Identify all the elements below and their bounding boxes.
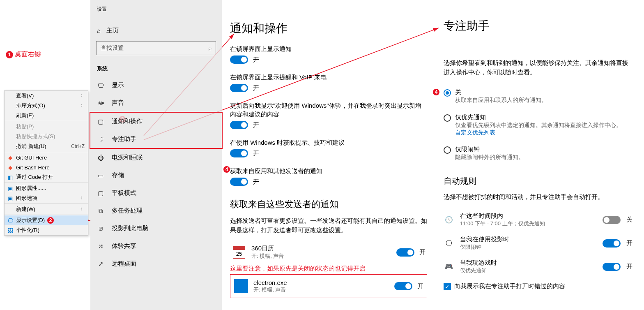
radio-icon (444, 114, 451, 122)
chevron-right-icon: 〉 (80, 206, 85, 212)
multitask-icon: ⧉ (97, 207, 104, 215)
nav-tablet[interactable]: ▢平板模式 (90, 184, 222, 202)
calendar-icon: 25 (232, 245, 246, 260)
badge-2: 2 (47, 217, 54, 224)
home-icon: ⌂ (97, 27, 101, 34)
ctx-paste-shortcut: 粘贴快捷方式(S) (5, 132, 88, 141)
vscode-icon: ◧ (7, 174, 14, 180)
radio-icon (444, 89, 451, 97)
project-icon: ⎚ (97, 225, 104, 232)
notification-icon: ▢ (97, 118, 104, 125)
focus-title: 专注助手 (444, 18, 632, 34)
focus-assist-pane: 专注助手 选择你希望看到和听到的通知，以便能够保持关注。其余通知将直接进入操作中… (444, 18, 632, 290)
toggle-lock-notif[interactable] (230, 56, 248, 64)
rule-game[interactable]: 🎮 当我玩游戏时仅优先通知 开 (444, 255, 632, 278)
ctx-gfx-props[interactable]: ▣图形属性...... (5, 183, 88, 193)
ctx-git-gui[interactable]: ◆Git GUI Here (5, 153, 88, 162)
personalize-icon: 🖼 (7, 227, 14, 234)
opt-apps-label: 获取来自应用和其他发送者的通知 (230, 167, 427, 175)
ctx-undo[interactable]: 撤消 新建(U)Ctrl+Z (5, 141, 88, 151)
toggle-rule-project[interactable] (603, 239, 621, 248)
settings-window-title: 设置 (90, 4, 222, 14)
clock-icon: 🕓 (444, 215, 454, 225)
red-annotation-text: 这里要注意，如果原先是关闭的状态的也记得开启 (230, 265, 427, 273)
senders-desc: 选择发送者可查看更多设置。一些发送者还可能有其自己的通知设置。如果是这样，打开发… (230, 216, 427, 235)
search-input[interactable]: 查找设置⌕ (96, 41, 216, 55)
rule-time[interactable]: 🕓 在这些时间段内11:00 下午 - 7:00 上午；仅优先通知 关 (444, 208, 632, 231)
moon-icon: ☽ (97, 136, 104, 143)
customize-priority-link[interactable]: 自定义优先列表 (455, 129, 632, 136)
sender-360calendar[interactable]: 25 360日历开: 横幅, 声音 开 (230, 241, 427, 263)
senders-heading: 获取来自这些发送者的通知 (230, 198, 427, 211)
remote-icon: ⤢ (97, 260, 104, 268)
toggle-sender-360[interactable] (396, 248, 414, 257)
ctx-open-code[interactable]: ◧通过 Code 打开 (5, 172, 88, 182)
sound-icon: 🕪 (97, 99, 104, 106)
nav-notifications[interactable]: ▢通知和操作 (90, 113, 222, 130)
radio-priority[interactable]: 仅优先通知仅查看优先级列表中选定的通知。其余通知将直接进入操作中心。自定义优先列… (444, 112, 632, 139)
desktop-context-menu: 查看(V)〉 排序方式(O)〉 刷新(E) 粘贴(P) 粘贴快捷方式(S) 撤消… (4, 90, 88, 236)
page-title: 通知和操作 (230, 21, 427, 36)
ctx-personalize[interactable]: 🖼个性化(R) (5, 225, 88, 235)
radio-alarms[interactable]: 仅限闹钟隐藏除闹钟外的所有通知。 (444, 144, 632, 163)
git-icon: ◆ (7, 154, 14, 161)
show-missed-checkbox[interactable]: ✓ 向我展示我在专注助手打开时错过的内容 (444, 282, 632, 290)
badge-1: 1 (6, 51, 13, 58)
section-system: 系统 (90, 62, 222, 76)
toggle-rule-time[interactable] (603, 216, 621, 224)
nav-display[interactable]: 🖵显示 (90, 76, 222, 94)
callout-4-badge-right: 4 (433, 88, 439, 95)
nav-multitask[interactable]: ⧉多任务处理 (90, 202, 222, 220)
opt-lock-notif-label: 在锁屏界面上显示通知 (230, 44, 427, 53)
share-icon: ⤭ (97, 243, 104, 250)
game-icon: 🎮 (444, 261, 454, 272)
rule-project[interactable]: 🖵 当我在使用投影时仅限闹钟 开 (444, 231, 632, 255)
nav-remote[interactable]: ⤢远程桌面 (90, 255, 222, 273)
toggle-lock-voip[interactable] (230, 84, 248, 92)
main-pane-notifications: 通知和操作 在锁屏界面上显示通知 开 在锁屏界面上显示提醒和 VoIP 来电 开… (230, 21, 427, 298)
opt-tips-label: 在使用 Windows 时获取提示、技巧和建议 (230, 138, 427, 147)
toggle-sender-electron[interactable] (394, 282, 412, 290)
callout-4-badge-left: 4 (223, 165, 230, 173)
intel-icon: ▣ (7, 195, 14, 201)
nav-power[interactable]: ⏻电源和睡眠 (90, 149, 222, 167)
toggle-rule-game[interactable] (603, 263, 621, 271)
tablet-icon: ▢ (97, 190, 104, 197)
project-icon: 🖵 (444, 238, 454, 249)
ctx-gfx-opts[interactable]: ▣图形选项〉 (5, 193, 88, 203)
nav-shared[interactable]: ⤭体验共享 (90, 237, 222, 255)
nav-storage[interactable]: ▭存储 (90, 167, 222, 184)
display-icon: 🖵 (97, 82, 104, 89)
focus-desc: 选择你希望看到和听到的通知，以便能够保持关注。其余通知将直接进入操作中心，你可以… (444, 58, 632, 77)
ctx-sort[interactable]: 排序方式(O)〉 (5, 101, 88, 111)
toggle-tips[interactable] (230, 149, 248, 157)
radio-icon (444, 146, 451, 154)
power-icon: ⏻ (97, 154, 104, 161)
nav-project[interactable]: ⎚投影到此电脑 (90, 220, 222, 237)
intel-icon: ▣ (7, 185, 14, 192)
sender-electron[interactable]: electron.exe开: 横幅, 声音 开 (232, 275, 425, 297)
chevron-right-icon: 〉 (80, 93, 85, 99)
rules-desc: 选择不想被打扰的时间和活动，并且专注助手会自动打开。 (444, 192, 632, 202)
ctx-git-bash[interactable]: ◆Git Bash Here (5, 162, 88, 172)
ctx-paste: 粘贴(P) (5, 122, 88, 132)
callout-1: 1 桌面右键 (6, 50, 41, 59)
checkbox-icon: ✓ (444, 283, 451, 290)
display-icon: 🖵 (7, 217, 14, 224)
settings-sidebar: 设置 ⌂主页 查找设置⌕ 系统 🖵显示 🕪声音 ▢通知和操作 ☽专注助手 ⏻电源… (90, 0, 222, 310)
radio-off[interactable]: 关获取来自应用和联系人的所有通知。 (444, 87, 632, 106)
callout-1-text: 桌面右键 (15, 50, 41, 59)
nav-focus-assist[interactable]: ☽专注助手 (90, 130, 222, 148)
settings-home[interactable]: ⌂主页 (90, 23, 222, 39)
git-icon: ◆ (7, 164, 14, 171)
ctx-display-settings[interactable]: 🖵显示设置(D)2 (5, 215, 88, 225)
rules-heading: 自动规则 (444, 176, 632, 187)
ctx-refresh[interactable]: 刷新(E) (5, 111, 88, 120)
search-icon: ⌕ (208, 45, 212, 51)
nav-sound[interactable]: 🕪声音 (90, 94, 222, 112)
chevron-right-icon: 〉 (80, 195, 85, 201)
toggle-welcome[interactable] (230, 121, 248, 129)
ctx-new[interactable]: 新建(W)〉 (5, 204, 88, 214)
ctx-view[interactable]: 查看(V)〉 (5, 91, 88, 101)
toggle-apps[interactable] (230, 178, 248, 186)
